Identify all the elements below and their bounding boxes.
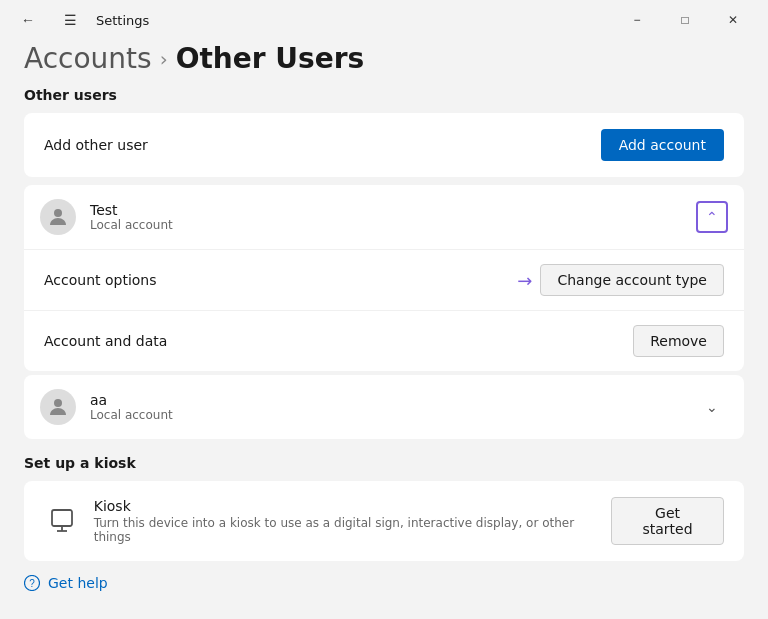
add-user-card: Add other user Add account (24, 113, 744, 177)
breadcrumb-separator: › (160, 47, 168, 71)
user-info-aa: aa Local account (40, 389, 173, 425)
get-help-link[interactable]: Get help (48, 575, 108, 591)
user-name-aa: aa (90, 392, 173, 408)
user-card-test: Test Local account ⌃ Account options → C… (24, 185, 744, 371)
user-info-test: Test Local account (40, 199, 173, 235)
collapse-test-button[interactable]: ⌃ (696, 201, 728, 233)
main-content: Other users Add other user Add account T… (0, 87, 768, 619)
maximize-button[interactable]: □ (662, 5, 708, 35)
user-card-test-header[interactable]: Test Local account ⌃ (24, 185, 744, 249)
remove-button[interactable]: Remove (633, 325, 724, 357)
kiosk-item-desc: Turn this device into a kiosk to use as … (94, 516, 611, 544)
user-details-aa: aa Local account (90, 392, 173, 422)
user-options-test: Account options → Change account type Ac… (24, 249, 744, 371)
other-users-section-title: Other users (24, 87, 744, 103)
svg-text:?: ? (29, 578, 35, 589)
close-button[interactable]: ✕ (710, 5, 756, 35)
add-account-button[interactable]: Add account (601, 129, 724, 161)
get-help-icon: ? (24, 575, 40, 591)
kiosk-item-title: Kiosk (94, 498, 611, 514)
kiosk-info: Kiosk Turn this device into a kiosk to u… (94, 498, 611, 544)
account-options-row: Account options → Change account type (24, 250, 744, 311)
user-card-aa: aa Local account ⌄ (24, 375, 744, 439)
breadcrumb: Accounts › Other Users (0, 36, 768, 87)
kiosk-card: Kiosk Turn this device into a kiosk to u… (24, 481, 744, 561)
arrow-right-icon: → (517, 270, 532, 291)
user-type-aa: Local account (90, 408, 173, 422)
minimize-button[interactable]: − (614, 5, 660, 35)
expand-aa-button[interactable]: ⌄ (696, 391, 728, 423)
kiosk-icon (44, 503, 80, 539)
svg-rect-2 (52, 510, 72, 526)
app-title: Settings (96, 13, 149, 28)
user-avatar-aa (40, 389, 76, 425)
user-name-test: Test (90, 202, 173, 218)
breadcrumb-parent[interactable]: Accounts (24, 42, 152, 75)
account-options-label: Account options (44, 272, 157, 288)
hamburger-button[interactable]: ☰ (54, 4, 86, 36)
user-details-test: Test Local account (90, 202, 173, 232)
change-account-wrapper: → Change account type (517, 264, 724, 296)
account-data-row: Account and data Remove (24, 311, 744, 371)
add-other-user-label: Add other user (44, 137, 148, 153)
svg-point-1 (54, 399, 62, 407)
account-data-label: Account and data (44, 333, 167, 349)
user-card-aa-header[interactable]: aa Local account ⌄ (24, 375, 744, 439)
change-account-type-button[interactable]: Change account type (540, 264, 724, 296)
get-help-row: ? Get help (24, 565, 744, 595)
user-avatar-test (40, 199, 76, 235)
back-button[interactable]: ← (12, 4, 44, 36)
breadcrumb-current: Other Users (176, 42, 365, 75)
title-bar: ← ☰ Settings − □ ✕ (0, 0, 768, 36)
user-type-test: Local account (90, 218, 173, 232)
kiosk-section-title: Set up a kiosk (24, 455, 744, 471)
window-controls: − □ ✕ (614, 5, 756, 35)
svg-point-0 (54, 209, 62, 217)
get-started-button[interactable]: Get started (611, 497, 724, 545)
kiosk-left: Kiosk Turn this device into a kiosk to u… (44, 498, 611, 544)
